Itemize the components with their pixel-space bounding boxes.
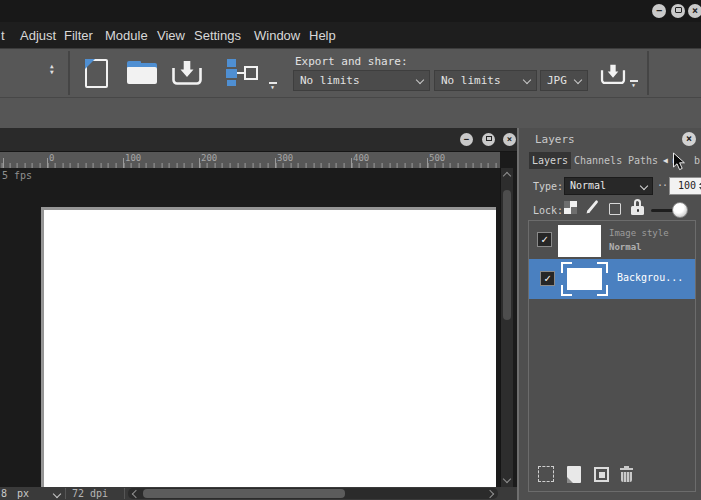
scroll-right-icon[interactable]	[486, 490, 494, 498]
chevron-down-icon[interactable]	[53, 490, 61, 498]
window-close-button[interactable]: ×	[688, 4, 701, 18]
menu-item-window[interactable]: Window	[254, 28, 300, 43]
export-size-limit-dropdown[interactable]: No limits	[293, 70, 430, 91]
layer-title: Image style	[609, 228, 669, 238]
horizontal-scrollbar[interactable]	[128, 488, 498, 499]
export-icon-target	[244, 66, 258, 80]
toolbar-separator	[647, 51, 649, 95]
layer-visibility-checkbox[interactable]: ✓	[540, 271, 555, 286]
resolution-readout: 72 dpi	[72, 487, 108, 500]
menu-bar: t Adjust Filter Module View Settings Win…	[0, 22, 701, 48]
layer-thumbnail[interactable]	[558, 225, 601, 257]
minimize-icon: −	[656, 5, 662, 16]
new-document-button[interactable]	[85, 59, 108, 88]
save-button[interactable]	[171, 59, 203, 90]
check-icon: ✓	[541, 233, 548, 246]
window-minimize-button[interactable]: −	[652, 4, 666, 18]
statusbar-divider	[124, 488, 125, 499]
tab-clipped[interactable]: b	[691, 152, 701, 169]
canvas-minimize-button[interactable]: −	[460, 133, 473, 146]
lock-position-button[interactable]	[609, 203, 621, 215]
canvas-subwindow: − × 0 100 200 300 400 500 5 fps 8 px 72 …	[0, 128, 517, 500]
new-layer-button[interactable]	[567, 466, 581, 483]
layers-panel: Layers × Layers Channels Paths ◀ ▶ b Typ…	[517, 128, 701, 500]
vertical-scrollbar[interactable]	[500, 168, 513, 487]
chevron-down-icon	[640, 182, 648, 190]
chevron-down-icon	[523, 76, 531, 84]
weight-limit-value: No limits	[441, 74, 501, 87]
menu-item-filter[interactable]: Filter	[64, 28, 93, 43]
overflow-arrow-icon: ▼	[268, 85, 277, 89]
options-strip	[0, 97, 701, 128]
opacity-field[interactable]: 100	[669, 177, 701, 195]
layer-list: ✓ Image style Normal ✓ Backgrou...	[528, 220, 696, 492]
menu-item-help[interactable]: Help	[309, 28, 336, 43]
delete-layer-button[interactable]	[620, 466, 633, 482]
quick-export-button[interactable]	[600, 63, 626, 89]
export-button[interactable]	[226, 59, 258, 86]
export-icon	[227, 59, 236, 67]
maximize-icon	[675, 7, 682, 13]
toolbar-separator	[68, 51, 70, 95]
tab-paths[interactable]: Paths	[625, 152, 661, 169]
scroll-down-icon[interactable]	[503, 475, 511, 483]
layer-thumbnail-selected[interactable]	[561, 262, 608, 296]
menu-item-clipped[interactable]: t	[1, 28, 5, 43]
export-weight-limit-dropdown[interactable]: No limits	[434, 70, 537, 91]
window-maximize-button[interactable]	[671, 4, 685, 18]
brush-icon	[585, 199, 600, 214]
new-layer-icon	[567, 477, 573, 483]
lock-paint-button[interactable]	[585, 199, 600, 218]
canvas-close-button[interactable]: ×	[503, 133, 516, 146]
toolbar-spinner[interactable]: ▲ ▼	[50, 63, 54, 75]
panel-close-button[interactable]: ×	[682, 132, 696, 146]
export-options-button[interactable]: ▼	[629, 80, 638, 87]
toolbar-overflow-button[interactable]: ▼	[268, 82, 277, 89]
lock-icon-keyhole	[637, 209, 639, 212]
close-icon: ×	[686, 133, 692, 144]
menu-item-module[interactable]: Module	[105, 28, 148, 43]
close-icon: ×	[507, 134, 512, 144]
new-document-icon	[85, 59, 95, 69]
ruler-major-ticks	[0, 158, 500, 168]
opacity-slider-knob[interactable]	[672, 202, 688, 218]
ruler-label: 400	[353, 153, 369, 163]
open-file-button[interactable]	[127, 61, 157, 85]
lock-all-button[interactable]	[631, 199, 644, 215]
scroll-up-icon[interactable]	[503, 172, 511, 180]
opacity-value: 100	[678, 180, 696, 191]
duplicate-layer-button[interactable]	[594, 467, 609, 482]
vertical-scroll-thumb[interactable]	[503, 190, 511, 320]
close-icon: ×	[692, 5, 698, 16]
blend-mode-value: Normal	[570, 180, 606, 191]
export-icon-block	[226, 69, 237, 78]
blend-type-label: Type:	[533, 181, 563, 192]
overflow-arrow-icon: ▼	[629, 83, 638, 87]
save-icon	[171, 59, 203, 86]
lock-transparency-button[interactable]	[564, 201, 577, 214]
select-layer-button[interactable]	[538, 466, 554, 482]
blend-mode-dropdown[interactable]: Normal	[564, 177, 653, 195]
layer-visibility-checkbox[interactable]: ✓	[537, 232, 552, 247]
trash-icon-bin	[621, 472, 632, 482]
check-icon: ✓	[544, 272, 551, 285]
canvas-statusbar: 8 px 72 dpi	[0, 487, 517, 500]
canvas-maximize-button[interactable]	[482, 133, 495, 146]
layer-row-background-selected[interactable]: ✓ Backgrou...	[529, 259, 695, 299]
horizontal-scroll-thumb[interactable]	[143, 489, 345, 498]
statusbar-divider	[65, 488, 66, 499]
menu-item-view[interactable]: View	[157, 28, 185, 43]
image-document[interactable]	[41, 207, 496, 487]
export-format-dropdown[interactable]: JPG	[540, 70, 588, 91]
unit-dropdown[interactable]: px	[17, 487, 29, 500]
tab-scroll-left-icon[interactable]: ◀	[663, 156, 668, 165]
menu-item-adjust[interactable]: Adjust	[20, 28, 56, 43]
scroll-left-icon[interactable]	[132, 490, 140, 498]
layer-row-image-style[interactable]: ✓ Image style Normal	[529, 223, 695, 259]
canvas-titlebar[interactable]: − ×	[0, 128, 517, 152]
maximize-icon	[486, 136, 492, 141]
menu-item-settings[interactable]: Settings	[194, 28, 241, 43]
format-value: JPG	[547, 74, 567, 87]
tab-layers[interactable]: Layers	[529, 152, 571, 169]
tab-channels[interactable]: Channels	[571, 152, 625, 169]
